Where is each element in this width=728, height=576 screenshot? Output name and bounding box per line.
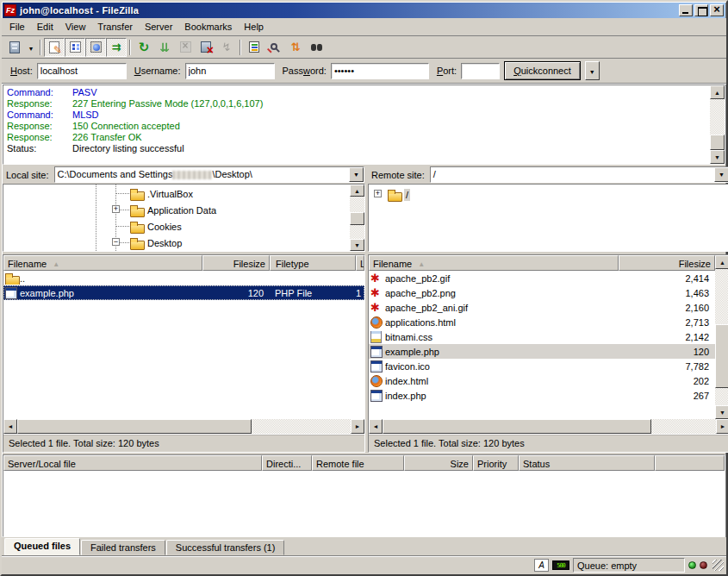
resize-grip[interactable] bbox=[712, 560, 724, 571]
window-title: john@localhost - FileZilla bbox=[20, 5, 679, 16]
find-files-button[interactable] bbox=[306, 38, 327, 57]
host-label: Host: bbox=[10, 66, 33, 76]
host-input[interactable] bbox=[37, 63, 127, 79]
scroll-down-icon[interactable] bbox=[350, 239, 364, 251]
disconnect-button[interactable] bbox=[196, 38, 216, 57]
chevron-down-icon bbox=[589, 66, 595, 76]
table-row[interactable]: apache_pb2.gif2,414 bbox=[369, 271, 715, 285]
remote-list-hscrollbar[interactable] bbox=[369, 419, 728, 434]
local-site-label: Local site: bbox=[3, 170, 52, 180]
column-direction[interactable]: Directi... bbox=[262, 455, 312, 471]
scroll-thumb[interactable] bbox=[715, 324, 728, 388]
quickconnect-dropdown-button[interactable] bbox=[585, 61, 600, 80]
scroll-down-icon[interactable] bbox=[715, 405, 728, 419]
scroll-right-icon[interactable] bbox=[351, 419, 364, 434]
tree-expander[interactable] bbox=[112, 238, 120, 246]
column-filetype[interactable]: Filetype bbox=[270, 255, 356, 271]
transfer-type-icon[interactable]: A bbox=[534, 559, 549, 572]
tree-expander[interactable] bbox=[374, 190, 382, 197]
table-row-parent-dir[interactable]: .. bbox=[3, 271, 364, 285]
table-row[interactable]: apache_pb2_ani.gif2,160 bbox=[369, 300, 715, 315]
filename-cell: .. bbox=[20, 273, 25, 284]
remote-directory-tree: / bbox=[368, 184, 728, 252]
column-priority[interactable]: Priority bbox=[473, 455, 519, 471]
scroll-down-icon[interactable] bbox=[710, 150, 725, 164]
tree-item-root[interactable]: / bbox=[369, 186, 728, 203]
site-manager-dropdown-button[interactable] bbox=[25, 38, 37, 57]
column-remote-file[interactable]: Remote file bbox=[312, 455, 404, 471]
local-tree-scrollbar[interactable] bbox=[350, 185, 364, 251]
scroll-thumb[interactable] bbox=[383, 419, 651, 434]
tree-expander[interactable] bbox=[112, 205, 120, 213]
tab-queued-files[interactable]: Queued files bbox=[4, 538, 80, 555]
menu-help[interactable]: Help bbox=[238, 19, 270, 34]
scroll-right-icon[interactable] bbox=[716, 419, 728, 434]
maximize-icon[interactable] bbox=[694, 4, 708, 16]
column-status[interactable]: Status bbox=[519, 455, 655, 471]
combo-dropdown-icon[interactable] bbox=[714, 167, 728, 182]
toggle-local-tree-button[interactable] bbox=[65, 38, 85, 57]
table-row[interactable]: index.php267 bbox=[369, 388, 715, 403]
table-row[interactable]: applications.html2,713 bbox=[369, 315, 715, 329]
tree-item-cookies[interactable]: Cookies bbox=[3, 218, 350, 235]
scroll-thumb[interactable] bbox=[710, 135, 725, 150]
column-size[interactable]: Size bbox=[404, 455, 473, 471]
column-filename[interactable]: Filename▲ bbox=[3, 255, 202, 271]
synchronized-browsing-button[interactable] bbox=[285, 38, 306, 57]
scroll-up-icon[interactable] bbox=[715, 255, 728, 269]
process-queue-button[interactable] bbox=[154, 38, 175, 57]
remote-list-scrollbar[interactable] bbox=[715, 255, 728, 419]
log-scrollbar[interactable] bbox=[710, 85, 725, 164]
menu-transfer[interactable]: Transfer bbox=[91, 19, 139, 34]
local-path-combo[interactable]: C:\Documents and Settings\Desktop\ bbox=[54, 166, 364, 183]
column-last-modified[interactable]: L bbox=[356, 255, 364, 271]
close-icon[interactable] bbox=[710, 4, 724, 16]
menu-bookmarks[interactable]: Bookmarks bbox=[178, 19, 238, 34]
directory-comparison-button[interactable] bbox=[264, 38, 285, 57]
scroll-left-icon[interactable] bbox=[369, 419, 383, 434]
combo-dropdown-icon[interactable] bbox=[349, 167, 364, 182]
minimize-icon[interactable] bbox=[679, 4, 693, 16]
directory-listing-filters-button[interactable] bbox=[244, 38, 264, 57]
toggle-transfer-queue-button[interactable] bbox=[106, 38, 127, 57]
speed-limit-icon[interactable]: 500 bbox=[552, 560, 569, 570]
menu-server[interactable]: Server bbox=[139, 19, 178, 34]
tree-item-application-data[interactable]: Application Data bbox=[3, 202, 350, 218]
image-file-icon bbox=[370, 302, 385, 314]
table-row-example-php[interactable]: example.php 120 PHP File 1 bbox=[3, 285, 364, 300]
tree-item-virtualbox[interactable]: .VirtualBox bbox=[3, 185, 350, 202]
table-row[interactable]: index.html202 bbox=[369, 373, 715, 388]
remote-path-combo[interactable]: / bbox=[430, 166, 728, 183]
port-input[interactable] bbox=[461, 63, 500, 79]
site-manager-button[interactable] bbox=[4, 38, 25, 57]
column-filename[interactable]: Filename▲ bbox=[369, 255, 619, 271]
tab-failed-transfers[interactable]: Failed transfers bbox=[81, 540, 165, 555]
local-list-hscrollbar[interactable] bbox=[3, 419, 364, 434]
menu-file[interactable]: File bbox=[3, 19, 31, 34]
toggle-message-log-button[interactable] bbox=[44, 38, 65, 57]
menu-edit[interactable]: Edit bbox=[31, 19, 59, 34]
username-input[interactable] bbox=[185, 63, 275, 79]
toggle-remote-tree-button[interactable] bbox=[85, 38, 106, 57]
table-row[interactable]: favicon.ico7,782 bbox=[369, 359, 715, 373]
column-server-local-file[interactable]: Server/Local file bbox=[3, 455, 262, 471]
scroll-up-icon[interactable] bbox=[710, 85, 725, 99]
tree-item-desktop[interactable]: Desktop bbox=[3, 235, 350, 251]
scroll-left-icon[interactable] bbox=[3, 419, 17, 434]
refresh-button[interactable] bbox=[134, 38, 154, 57]
tab-successful-transfers[interactable]: Successful transfers (1) bbox=[166, 540, 285, 555]
column-filesize[interactable]: Filesize bbox=[619, 255, 715, 271]
table-row[interactable]: apache_pb2.png1,463 bbox=[369, 285, 715, 300]
column-filesize[interactable]: Filesize bbox=[202, 255, 270, 271]
password-input[interactable] bbox=[331, 63, 429, 79]
table-row[interactable]: bitnami.css2,142 bbox=[369, 329, 715, 344]
menu-view[interactable]: View bbox=[59, 19, 92, 34]
scroll-thumb[interactable] bbox=[17, 419, 252, 434]
quickconnect-button[interactable]: Quickconnect bbox=[504, 61, 581, 80]
scroll-thumb[interactable] bbox=[350, 212, 364, 225]
scroll-up-icon[interactable] bbox=[350, 185, 364, 197]
folder-icon bbox=[5, 272, 20, 285]
queue-header: Server/Local file Directi... Remote file… bbox=[3, 455, 725, 471]
port-label: Port: bbox=[437, 66, 457, 76]
table-row-example-php[interactable]: example.php120 bbox=[369, 344, 715, 359]
